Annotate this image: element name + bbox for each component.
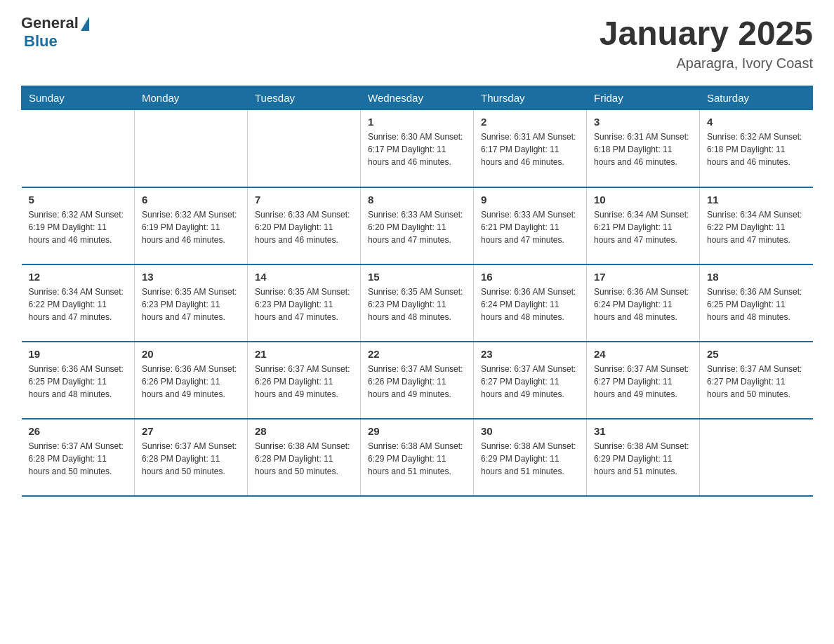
day-number: 23 xyxy=(481,348,579,360)
calendar-cell: 6Sunrise: 6:32 AM Sunset: 6:19 PM Daylig… xyxy=(135,187,248,264)
calendar-cell: 4Sunrise: 6:32 AM Sunset: 6:18 PM Daylig… xyxy=(700,110,813,187)
day-number: 30 xyxy=(481,425,579,437)
day-number: 10 xyxy=(594,194,692,206)
month-title: January 2025 xyxy=(600,14,813,53)
calendar-cell: 27Sunrise: 6:37 AM Sunset: 6:28 PM Dayli… xyxy=(135,419,248,496)
day-number: 29 xyxy=(368,425,466,437)
day-number: 25 xyxy=(707,348,806,360)
day-info: Sunrise: 6:32 AM Sunset: 6:19 PM Dayligh… xyxy=(29,208,128,246)
calendar-cell: 23Sunrise: 6:37 AM Sunset: 6:27 PM Dayli… xyxy=(474,342,587,419)
header-tuesday: Tuesday xyxy=(248,86,361,110)
day-number: 15 xyxy=(368,271,466,283)
day-info: Sunrise: 6:38 AM Sunset: 6:28 PM Dayligh… xyxy=(255,440,353,478)
day-info: Sunrise: 6:37 AM Sunset: 6:26 PM Dayligh… xyxy=(368,363,466,401)
day-info: Sunrise: 6:37 AM Sunset: 6:28 PM Dayligh… xyxy=(29,440,128,478)
header-monday: Monday xyxy=(135,86,248,110)
calendar-cell: 26Sunrise: 6:37 AM Sunset: 6:28 PM Dayli… xyxy=(22,419,135,496)
day-number: 14 xyxy=(255,271,353,283)
calendar-cell: 7Sunrise: 6:33 AM Sunset: 6:20 PM Daylig… xyxy=(248,187,361,264)
calendar-cell: 16Sunrise: 6:36 AM Sunset: 6:24 PM Dayli… xyxy=(474,264,587,342)
day-info: Sunrise: 6:37 AM Sunset: 6:26 PM Dayligh… xyxy=(255,363,353,401)
calendar-cell: 13Sunrise: 6:35 AM Sunset: 6:23 PM Dayli… xyxy=(135,264,248,342)
calendar-cell: 12Sunrise: 6:34 AM Sunset: 6:22 PM Dayli… xyxy=(22,264,135,342)
day-info: Sunrise: 6:34 AM Sunset: 6:22 PM Dayligh… xyxy=(707,208,806,246)
calendar-cell: 2Sunrise: 6:31 AM Sunset: 6:17 PM Daylig… xyxy=(474,110,587,187)
calendar-cell xyxy=(700,419,813,496)
calendar-cell xyxy=(135,110,248,187)
day-number: 12 xyxy=(29,271,128,283)
day-info: Sunrise: 6:32 AM Sunset: 6:18 PM Dayligh… xyxy=(707,130,806,168)
day-number: 13 xyxy=(142,271,240,283)
day-number: 5 xyxy=(29,194,128,206)
calendar-cell: 31Sunrise: 6:38 AM Sunset: 6:29 PM Dayli… xyxy=(587,419,700,496)
day-number: 21 xyxy=(255,348,353,360)
title-block: January 2025 Aparagra, Ivory Coast xyxy=(600,14,813,72)
day-info: Sunrise: 6:37 AM Sunset: 6:27 PM Dayligh… xyxy=(481,363,579,401)
day-info: Sunrise: 6:37 AM Sunset: 6:27 PM Dayligh… xyxy=(707,363,806,401)
day-info: Sunrise: 6:30 AM Sunset: 6:17 PM Dayligh… xyxy=(368,130,466,168)
calendar-cell: 20Sunrise: 6:36 AM Sunset: 6:26 PM Dayli… xyxy=(135,342,248,419)
day-number: 17 xyxy=(594,271,692,283)
day-info: Sunrise: 6:33 AM Sunset: 6:20 PM Dayligh… xyxy=(368,208,466,246)
calendar-cell: 15Sunrise: 6:35 AM Sunset: 6:23 PM Dayli… xyxy=(361,264,474,342)
calendar-cell: 19Sunrise: 6:36 AM Sunset: 6:25 PM Dayli… xyxy=(22,342,135,419)
header-thursday: Thursday xyxy=(474,86,587,110)
day-info: Sunrise: 6:38 AM Sunset: 6:29 PM Dayligh… xyxy=(594,440,692,478)
day-info: Sunrise: 6:36 AM Sunset: 6:26 PM Dayligh… xyxy=(142,363,240,401)
calendar-cell: 22Sunrise: 6:37 AM Sunset: 6:26 PM Dayli… xyxy=(361,342,474,419)
calendar-cell: 5Sunrise: 6:32 AM Sunset: 6:19 PM Daylig… xyxy=(22,187,135,264)
day-number: 8 xyxy=(368,194,466,206)
day-info: Sunrise: 6:34 AM Sunset: 6:21 PM Dayligh… xyxy=(594,208,692,246)
location-title: Aparagra, Ivory Coast xyxy=(600,55,813,72)
calendar-week-row: 1Sunrise: 6:30 AM Sunset: 6:17 PM Daylig… xyxy=(22,110,813,187)
calendar-cell: 17Sunrise: 6:36 AM Sunset: 6:24 PM Dayli… xyxy=(587,264,700,342)
day-info: Sunrise: 6:35 AM Sunset: 6:23 PM Dayligh… xyxy=(255,286,353,323)
day-number: 3 xyxy=(594,116,692,128)
calendar-cell: 11Sunrise: 6:34 AM Sunset: 6:22 PM Dayli… xyxy=(700,187,813,264)
day-info: Sunrise: 6:33 AM Sunset: 6:20 PM Dayligh… xyxy=(255,208,353,246)
logo-general-text: General xyxy=(21,14,79,32)
day-number: 27 xyxy=(142,425,240,437)
day-info: Sunrise: 6:35 AM Sunset: 6:23 PM Dayligh… xyxy=(368,286,466,323)
calendar-cell: 9Sunrise: 6:33 AM Sunset: 6:21 PM Daylig… xyxy=(474,187,587,264)
day-number: 11 xyxy=(707,194,806,206)
header-saturday: Saturday xyxy=(700,86,813,110)
calendar-cell xyxy=(248,110,361,187)
calendar-week-row: 19Sunrise: 6:36 AM Sunset: 6:25 PM Dayli… xyxy=(22,342,813,419)
day-info: Sunrise: 6:33 AM Sunset: 6:21 PM Dayligh… xyxy=(481,208,579,246)
calendar-cell: 24Sunrise: 6:37 AM Sunset: 6:27 PM Dayli… xyxy=(587,342,700,419)
header-wednesday: Wednesday xyxy=(361,86,474,110)
day-info: Sunrise: 6:36 AM Sunset: 6:25 PM Dayligh… xyxy=(29,363,128,401)
day-number: 20 xyxy=(142,348,240,360)
logo-blue-text: Blue xyxy=(24,32,58,51)
header-friday: Friday xyxy=(587,86,700,110)
logo: General Blue xyxy=(21,14,89,51)
day-info: Sunrise: 6:38 AM Sunset: 6:29 PM Dayligh… xyxy=(481,440,579,478)
day-info: Sunrise: 6:36 AM Sunset: 6:24 PM Dayligh… xyxy=(481,286,579,323)
logo-triangle-icon xyxy=(81,17,89,31)
calendar-cell: 25Sunrise: 6:37 AM Sunset: 6:27 PM Dayli… xyxy=(700,342,813,419)
day-number: 7 xyxy=(255,194,353,206)
day-number: 26 xyxy=(29,425,128,437)
day-number: 6 xyxy=(142,194,240,206)
day-number: 18 xyxy=(707,271,806,283)
day-number: 16 xyxy=(481,271,579,283)
calendar-cell: 30Sunrise: 6:38 AM Sunset: 6:29 PM Dayli… xyxy=(474,419,587,496)
day-number: 28 xyxy=(255,425,353,437)
calendar-cell: 28Sunrise: 6:38 AM Sunset: 6:28 PM Dayli… xyxy=(248,419,361,496)
day-info: Sunrise: 6:31 AM Sunset: 6:18 PM Dayligh… xyxy=(594,130,692,168)
day-info: Sunrise: 6:36 AM Sunset: 6:24 PM Dayligh… xyxy=(594,286,692,323)
calendar-header-row: SundayMondayTuesdayWednesdayThursdayFrid… xyxy=(22,86,813,110)
day-number: 1 xyxy=(368,116,466,128)
calendar-cell: 21Sunrise: 6:37 AM Sunset: 6:26 PM Dayli… xyxy=(248,342,361,419)
calendar-cell xyxy=(22,110,135,187)
day-info: Sunrise: 6:32 AM Sunset: 6:19 PM Dayligh… xyxy=(142,208,240,246)
calendar-week-row: 5Sunrise: 6:32 AM Sunset: 6:19 PM Daylig… xyxy=(22,187,813,264)
header-sunday: Sunday xyxy=(22,86,135,110)
calendar-cell: 14Sunrise: 6:35 AM Sunset: 6:23 PM Dayli… xyxy=(248,264,361,342)
day-number: 9 xyxy=(481,194,579,206)
calendar-week-row: 12Sunrise: 6:34 AM Sunset: 6:22 PM Dayli… xyxy=(22,264,813,342)
day-info: Sunrise: 6:35 AM Sunset: 6:23 PM Dayligh… xyxy=(142,286,240,323)
day-number: 2 xyxy=(481,116,579,128)
calendar-cell: 10Sunrise: 6:34 AM Sunset: 6:21 PM Dayli… xyxy=(587,187,700,264)
